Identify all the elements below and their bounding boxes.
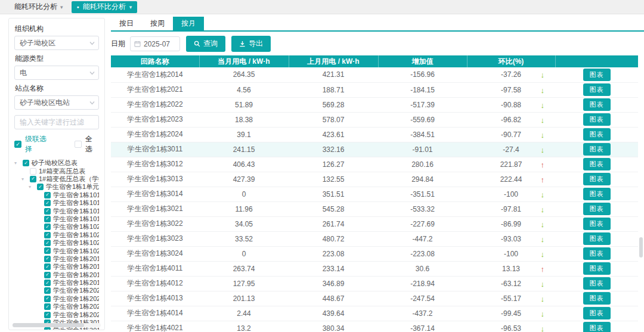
- tree-item-checkbox[interactable]: ✓: [44, 224, 51, 230]
- chart-button[interactable]: 图表: [583, 322, 611, 332]
- chart-button[interactable]: 图表: [583, 188, 611, 200]
- export-button[interactable]: 导出: [231, 36, 271, 52]
- cell-current: 33.52: [199, 231, 289, 246]
- cell-current: 0: [199, 187, 289, 201]
- tree-item[interactable]: ✓学生宿舍1栋2014: [14, 279, 99, 287]
- tab-by-week[interactable]: 按周: [142, 17, 173, 30]
- tree-item[interactable]: ✓学生宿舍1栋1013: [14, 207, 99, 215]
- tree-item[interactable]: ✓学生宿舍1栋1021: [14, 223, 99, 231]
- tree-item[interactable]: ✓学生宿舍1栋2013: [14, 271, 99, 278]
- tree-item[interactable]: ✓学生宿舍1栋3012: [14, 327, 99, 330]
- table-row: 学生宿舍1栋4013201.13448.67-247.54-55.17↓图表: [111, 291, 638, 306]
- cell-last: 332.16: [289, 142, 378, 157]
- tree-item-checkbox[interactable]: ✓: [44, 303, 51, 310]
- chart-button[interactable]: 图表: [583, 307, 611, 319]
- tree-item[interactable]: ✓学生宿舍1栋2012: [14, 263, 99, 271]
- tree-expand-icon[interactable]: ▾: [14, 160, 20, 166]
- select-all-checkbox[interactable]: [75, 141, 82, 148]
- tab-by-day[interactable]: 按日: [111, 17, 142, 30]
- chart-button[interactable]: 图表: [583, 83, 611, 96]
- tree-item-checkbox[interactable]: ✓: [44, 312, 51, 318]
- tree-item[interactable]: ✓学生宿舍1栋1011: [14, 191, 99, 199]
- tree-item-checkbox[interactable]: ✓: [44, 208, 51, 215]
- cell-current: 18.38: [199, 112, 289, 127]
- tree-item[interactable]: ▾✓学生宿舍1栋1单元分表: [14, 183, 99, 191]
- tree-item[interactable]: ▾✓1#箱变低压总表（学生宿舍1,2,9栋）: [14, 175, 99, 183]
- tree-expand-icon[interactable]: ▾: [29, 184, 35, 190]
- cell-name: 学生宿舍1栋3023: [111, 231, 199, 246]
- tree-item-checkbox[interactable]: ✓: [44, 247, 51, 254]
- tree-item[interactable]: ✓学生宿舍1栋1024: [14, 247, 99, 255]
- tree-item-checkbox[interactable]: ✓: [30, 176, 36, 182]
- tree-item[interactable]: 1#箱变高压总表: [14, 167, 99, 175]
- chart-button[interactable]: 图表: [583, 98, 611, 111]
- cell-actions: 图表: [555, 112, 638, 127]
- site-select[interactable]: 砂子坳校区电站: [14, 95, 99, 110]
- tree-item[interactable]: ✓学生宿舍1栋1023: [14, 239, 99, 247]
- query-button[interactable]: 查询: [186, 36, 225, 52]
- main-vscrollbar-thumb[interactable]: [639, 237, 643, 257]
- chart-button[interactable]: 图表: [583, 218, 611, 230]
- org-select[interactable]: 砂子坳校区: [14, 36, 99, 50]
- energy-select[interactable]: 电: [14, 66, 99, 80]
- chart-button[interactable]: 图表: [583, 277, 611, 290]
- active-page-tag[interactable]: ● 能耗环比分析 ▾: [72, 1, 138, 13]
- cell-actions: 图表: [555, 142, 638, 157]
- chart-button[interactable]: 图表: [583, 203, 611, 215]
- nav-menu-dropdown[interactable]: 能耗环比分析 ▾: [14, 2, 63, 12]
- tree-item[interactable]: ✓学生宿舍1栋2023: [14, 303, 99, 311]
- tree-item-checkbox[interactable]: ✓: [44, 192, 51, 198]
- trend-up-icon: ↑: [541, 160, 545, 169]
- site-label: 站点名称: [15, 84, 99, 92]
- chart-button[interactable]: 图表: [583, 158, 611, 170]
- tree-item-checkbox[interactable]: ✓: [44, 256, 51, 262]
- tree-filter-input[interactable]: [14, 115, 99, 129]
- chart-button[interactable]: 图表: [583, 143, 611, 156]
- tree-item-checkbox[interactable]: [30, 168, 36, 175]
- chart-button[interactable]: 图表: [583, 292, 611, 305]
- tree-hscrollbar[interactable]: [13, 323, 101, 327]
- tree-item-checkbox[interactable]: ✓: [44, 327, 51, 330]
- tree-item-checkbox[interactable]: ✓: [44, 200, 51, 206]
- energy-select-value: 电: [20, 68, 27, 78]
- tree-item-checkbox[interactable]: ✓: [44, 232, 51, 238]
- table-row: 学生宿舍1栋30240223.08-223.08-100↓图表: [111, 246, 638, 261]
- tree-item-checkbox[interactable]: ✓: [44, 287, 51, 294]
- tree-item[interactable]: ✓学生宿舍1栋2021: [14, 287, 99, 294]
- tree-hscrollbar-thumb[interactable]: [13, 323, 84, 327]
- chart-button[interactable]: 图表: [583, 247, 611, 260]
- tree-item[interactable]: ✓学生宿舍1栋2024: [14, 311, 99, 318]
- tree-item-checkbox[interactable]: ✓: [37, 184, 44, 190]
- tree-item[interactable]: ✓学生宿舍1栋1012: [14, 199, 99, 207]
- date-picker-input[interactable]: 2025-07: [130, 36, 180, 51]
- cell-actions: 图表: [555, 291, 638, 306]
- cell-ratio: 221.87↑: [467, 157, 555, 172]
- tree-item-checkbox[interactable]: ✓: [44, 263, 51, 270]
- tree-item-checkbox[interactable]: ✓: [44, 216, 51, 222]
- cell-current: 39.1: [199, 127, 289, 142]
- tree-item[interactable]: ▾✓砂子坳校区总表: [14, 159, 99, 167]
- cell-last: 545.28: [289, 201, 378, 216]
- tree-item-checkbox[interactable]: ✓: [44, 280, 51, 286]
- tree-item-checkbox[interactable]: ✓: [44, 296, 51, 302]
- column-header: 环比(%): [467, 55, 555, 67]
- chart-button[interactable]: 图表: [583, 232, 611, 245]
- tree-item[interactable]: ✓学生宿舍1栋1022: [14, 231, 99, 239]
- tree-item[interactable]: ✓学生宿舍1栋1014: [14, 215, 99, 223]
- chart-button[interactable]: 图表: [583, 173, 611, 185]
- chart-button[interactable]: 图表: [583, 262, 611, 275]
- tree-item-checkbox[interactable]: ✓: [23, 160, 29, 166]
- tree-expand-icon[interactable]: ▾: [21, 176, 27, 182]
- chevron-down-icon: ▾: [60, 4, 63, 10]
- tab-by-month[interactable]: 按月: [173, 17, 204, 30]
- chart-button[interactable]: 图表: [583, 69, 611, 81]
- table-row: 学生宿舍1栋302111.96545.28-533.32-97.81↓图表: [111, 201, 638, 216]
- chart-button[interactable]: 图表: [583, 128, 611, 141]
- cascade-checkbox[interactable]: ✓: [14, 141, 21, 148]
- tree-item-checkbox[interactable]: ✓: [44, 240, 51, 246]
- cell-name: 学生宿舍1栋3013: [111, 172, 199, 187]
- tree-item[interactable]: ✓学生宿舍1栋2011: [14, 255, 99, 263]
- tree-item[interactable]: ✓学生宿舍1栋2022: [14, 295, 99, 303]
- tree-item-checkbox[interactable]: ✓: [44, 272, 51, 278]
- chart-button[interactable]: 图表: [583, 113, 611, 126]
